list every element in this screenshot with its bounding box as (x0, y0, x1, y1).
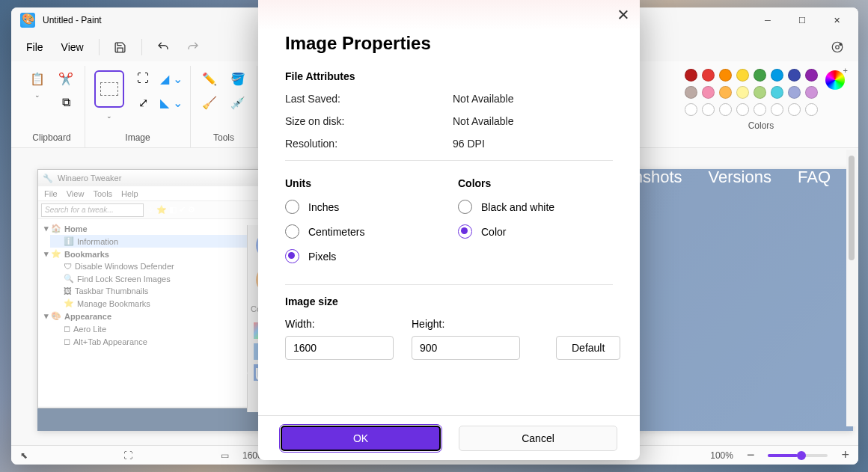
color-swatch[interactable] (754, 103, 766, 116)
redo-icon[interactable] (180, 35, 207, 59)
ok-button[interactable]: OK (281, 426, 441, 451)
radio-centimeters[interactable]: Centimeters (285, 224, 440, 239)
default-button[interactable]: Default (556, 336, 620, 360)
color-swatch[interactable] (805, 86, 818, 99)
copy-icon[interactable]: ⧉ (53, 91, 79, 114)
crop-icon[interactable]: ⛶ (130, 67, 156, 90)
color-swatch[interactable] (685, 86, 697, 99)
color-swatch[interactable] (736, 69, 749, 82)
select-dropdown[interactable]: ⌄ (106, 112, 112, 120)
radio-bw[interactable]: Black and white (458, 200, 613, 214)
selection-icon: ⛶ (123, 450, 132, 461)
rotate-icon[interactable]: ◢ ⌄ (159, 67, 184, 90)
file-attr-heading: File Attributes (285, 70, 613, 82)
color-swatch[interactable] (702, 69, 715, 82)
color-swatch[interactable] (771, 86, 783, 99)
maximize-button[interactable]: ☐ (785, 8, 819, 32)
paste-icon[interactable]: 📋 (25, 67, 50, 90)
cursor-icon: ⬉ (20, 450, 28, 461)
window-title: Untitled - Paint (43, 15, 102, 25)
svg-point-0 (836, 46, 840, 49)
units-heading: Units (285, 177, 440, 189)
cut-icon[interactable]: ✂️ (53, 67, 79, 90)
close-icon[interactable] (617, 9, 629, 21)
svg-point-2 (840, 43, 842, 46)
zoom-slider[interactable] (768, 454, 828, 457)
color-swatch[interactable] (771, 103, 783, 116)
undo-icon[interactable] (150, 35, 177, 59)
clipboard-label: Clipboard (32, 128, 70, 147)
image-size-heading: Image size (285, 295, 613, 307)
radio-inches[interactable]: Inches (285, 200, 440, 214)
picker-icon[interactable]: 💉 (225, 91, 251, 114)
paste-dropdown[interactable]: ⌄ (25, 91, 50, 99)
color-swatch[interactable] (754, 86, 766, 99)
pencil-icon[interactable]: ✏️ (197, 67, 222, 90)
width-input[interactable] (285, 336, 394, 360)
color-swatch[interactable] (719, 103, 732, 116)
eraser-icon[interactable]: 🧹 (197, 91, 222, 114)
minimize-button[interactable]: ─ (751, 8, 785, 32)
colors-heading: Colors (458, 177, 613, 189)
color-swatch[interactable] (736, 86, 749, 99)
color-swatch[interactable] (719, 86, 732, 99)
color-swatch[interactable] (702, 86, 715, 99)
color-swatch[interactable] (788, 103, 801, 116)
radio-color[interactable]: Color (458, 224, 613, 239)
color-swatch[interactable] (788, 69, 801, 82)
cancel-button[interactable]: Cancel (459, 426, 617, 451)
height-label: Height: (412, 318, 520, 330)
colors-label: Colors (748, 116, 774, 135)
color-swatch[interactable] (719, 69, 732, 82)
file-menu[interactable]: File (19, 38, 51, 56)
zoom-value: 100% (710, 450, 733, 461)
color-swatch[interactable] (736, 103, 749, 116)
color-swatch[interactable] (805, 103, 818, 116)
settings-icon[interactable] (824, 34, 851, 61)
resize-icon[interactable]: ⤢ (130, 91, 156, 114)
flip-icon[interactable]: ◣ ⌄ (159, 91, 184, 114)
color-swatch[interactable] (788, 86, 801, 99)
color-swatch[interactable] (685, 69, 697, 82)
vertical-scrollbar[interactable] (846, 150, 857, 426)
close-window-button[interactable]: ✕ (819, 8, 854, 32)
dims-icon: ▭ (221, 450, 229, 461)
tools-label: Tools (213, 128, 234, 147)
color-swatch[interactable] (754, 69, 766, 82)
image-label: Image (125, 128, 150, 147)
edit-colors-icon[interactable] (825, 70, 845, 90)
color-swatch[interactable] (771, 69, 783, 82)
color-swatch[interactable] (805, 69, 818, 82)
color-swatch[interactable] (702, 103, 715, 116)
height-input[interactable] (412, 336, 520, 360)
radio-pixels[interactable]: Pixels (285, 249, 440, 263)
save-icon[interactable] (107, 35, 134, 59)
color-swatches (685, 69, 818, 116)
image-properties-dialog: Image Properties File Attributes Last Sa… (258, 0, 640, 460)
app-icon (20, 13, 35, 28)
color-swatch[interactable] (685, 103, 697, 116)
dialog-title: Image Properties (285, 33, 613, 54)
select-tool[interactable] (94, 70, 124, 108)
width-label: Width: (285, 318, 394, 330)
zoom-in[interactable]: + (841, 447, 849, 463)
zoom-out[interactable]: − (747, 447, 755, 463)
view-menu[interactable]: View (54, 38, 91, 56)
fill-icon[interactable]: 🪣 (225, 67, 251, 90)
